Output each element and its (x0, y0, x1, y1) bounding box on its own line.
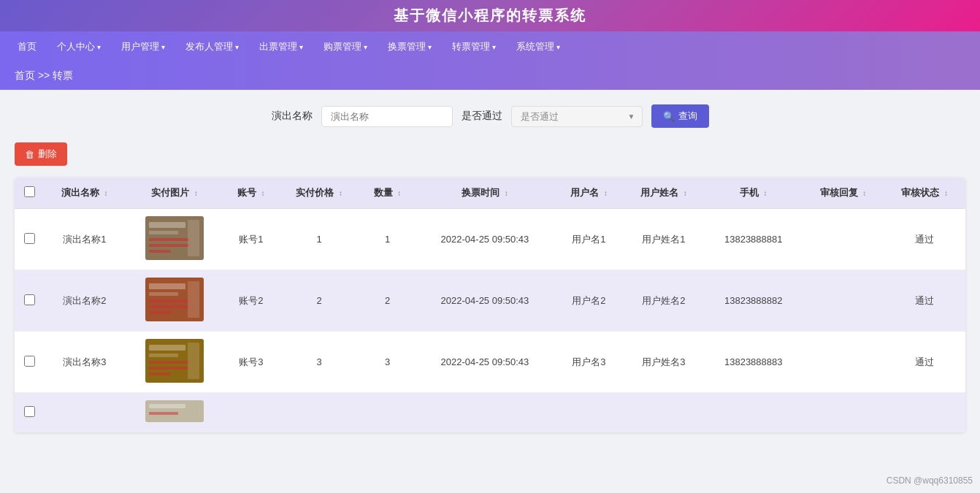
svg-rect-4 (149, 244, 189, 247)
sort-icon: ↕ (944, 189, 948, 197)
th-user-fullname[interactable]: 用户姓名 ↕ (623, 177, 705, 209)
row-account: 账号3 (223, 332, 278, 393)
nav-item-system-mgmt[interactable]: 系统管理 ▾ (506, 31, 570, 62)
chevron-down-icon: ▾ (97, 43, 101, 51)
svg-rect-1 (149, 222, 185, 228)
th-exchange-time[interactable]: 换票时间 ↕ (415, 177, 555, 209)
row-checkbox[interactable] (24, 294, 35, 305)
svg-rect-5 (149, 250, 171, 253)
svg-rect-13 (188, 281, 199, 318)
th-review-reply[interactable]: 审核回复 ↕ (803, 177, 884, 209)
search-button[interactable]: 🔍 查询 (651, 104, 709, 128)
select-all-checkbox[interactable] (24, 186, 35, 197)
main-content: 演出名称 是否通过 是否通过 通过 不通过 🔍 查询 🗑 删除 (0, 90, 980, 447)
search-pass-select-wrapper: 是否通过 通过 不通过 (511, 106, 643, 127)
row-checkbox-cell[interactable] (15, 270, 44, 332)
row-checkbox[interactable] (24, 406, 35, 417)
header-title-text: 基于微信小程序的转票系统 (394, 7, 586, 23)
svg-rect-11 (149, 305, 189, 308)
svg-rect-19 (149, 372, 171, 375)
chevron-down-icon: ▾ (428, 43, 432, 51)
nav-item-exchange-mgmt[interactable]: 换票管理 ▾ (378, 31, 442, 62)
table-header-row: 演出名称 ↕ 实付图片 ↕ 账号 ↕ 实付价格 ↕ 数量 ↕ 换票时间 ↕ 用户… (15, 177, 965, 209)
th-payment-img[interactable]: 实付图片 ↕ (126, 177, 224, 209)
row-checkbox-cell[interactable] (15, 209, 44, 270)
delete-button[interactable]: 🗑 删除 (15, 142, 67, 166)
nav-item-ticket-issue[interactable]: 出票管理 ▾ (249, 31, 313, 62)
row-show-name: 演出名称3 (44, 332, 126, 393)
table-row: 演出名称1 账号1 1 1 2022-04-25 09:50:43 用户名1 用… (15, 209, 965, 270)
row-review-reply (803, 393, 884, 432)
th-quantity[interactable]: 数量 ↕ (360, 177, 415, 209)
svg-rect-8 (149, 283, 185, 289)
svg-rect-20 (188, 343, 199, 379)
search-bar: 演出名称 是否通过 是否通过 通过 不通过 🔍 查询 (15, 104, 965, 128)
page-header-title: 基于微信小程序的转票系统 (0, 0, 980, 31)
search-name-label: 演出名称 (272, 110, 313, 123)
search-pass-select[interactable]: 是否通过 通过 不通过 (511, 106, 643, 127)
row-review-status (884, 393, 965, 432)
svg-rect-6 (188, 220, 199, 256)
search-name-input[interactable] (321, 106, 453, 127)
search-icon: 🔍 (663, 111, 675, 122)
search-btn-label: 查询 (678, 110, 697, 123)
row-quantity: 2 (360, 270, 415, 332)
th-show-name[interactable]: 演出名称 ↕ (44, 177, 126, 209)
row-price: 3 (278, 332, 360, 393)
svg-rect-21 (145, 400, 204, 422)
row-account (223, 393, 278, 432)
row-checkbox[interactable] (24, 356, 35, 367)
row-account: 账号2 (223, 270, 278, 332)
svg-rect-2 (149, 231, 178, 234)
sort-icon: ↕ (104, 189, 108, 197)
sort-icon: ↕ (862, 189, 866, 197)
nav-item-transfer-mgmt[interactable]: 转票管理 ▾ (442, 31, 506, 62)
select-all-cell[interactable] (15, 177, 44, 209)
svg-rect-18 (149, 367, 189, 370)
nav-item-personal[interactable]: 个人中心 ▾ (47, 31, 111, 62)
svg-rect-23 (149, 412, 178, 415)
table-row (15, 393, 965, 432)
nav-item-home[interactable]: 首页 (7, 31, 47, 62)
nav-item-user-mgmt[interactable]: 用户管理 ▾ (111, 31, 175, 62)
row-checkbox-cell[interactable] (15, 332, 44, 393)
svg-rect-9 (149, 292, 178, 296)
data-table-wrapper: 演出名称 ↕ 实付图片 ↕ 账号 ↕ 实付价格 ↕ 数量 ↕ 换票时间 ↕ 用户… (15, 177, 965, 432)
row-exchange-time: 2022-04-25 09:50:43 (415, 332, 555, 393)
nav-item-purchase-mgmt[interactable]: 购票管理 ▾ (313, 31, 378, 62)
svg-rect-16 (149, 353, 178, 357)
table-row: 演出名称2 账号2 2 2 2022-04-25 09:50:43 用户名2 用… (15, 270, 965, 332)
row-phone: 13823888882 (705, 270, 803, 332)
th-phone[interactable]: 手机 ↕ (705, 177, 803, 209)
row-review-status: 通过 (884, 270, 965, 332)
row-show-name (44, 393, 126, 432)
row-exchange-time: 2022-04-25 09:50:43 (415, 209, 555, 270)
th-price[interactable]: 实付价格 ↕ (278, 177, 360, 209)
svg-rect-10 (149, 299, 189, 302)
chevron-down-icon: ▾ (161, 43, 165, 51)
th-username[interactable]: 用户名 ↕ (555, 177, 623, 209)
row-user-fullname: 用户姓名2 (623, 270, 705, 332)
row-checkbox-cell[interactable] (15, 393, 44, 432)
sort-icon: ↕ (194, 189, 198, 197)
row-exchange-time (415, 393, 555, 432)
chevron-down-icon: ▾ (364, 43, 367, 51)
table-row: 演出名称3 账号3 3 3 2022-04-25 09:50:43 用户名3 用… (15, 332, 965, 393)
row-price: 2 (278, 270, 360, 332)
row-user-fullname: 用户姓名3 (623, 332, 705, 393)
row-checkbox[interactable] (24, 233, 35, 244)
chevron-down-icon: ▾ (556, 43, 560, 51)
svg-rect-3 (149, 238, 189, 241)
row-review-status: 通过 (884, 209, 965, 270)
row-price: 1 (278, 209, 360, 270)
th-account[interactable]: 账号 ↕ (223, 177, 278, 209)
sort-icon: ↕ (339, 189, 342, 197)
th-review-status[interactable]: 审核状态 ↕ (884, 177, 965, 209)
row-username: 用户名2 (555, 270, 623, 332)
data-table: 演出名称 ↕ 实付图片 ↕ 账号 ↕ 实付价格 ↕ 数量 ↕ 换票时间 ↕ 用户… (15, 177, 965, 432)
breadcrumb-text: 首页 >> 转票 (15, 69, 73, 81)
svg-rect-12 (149, 311, 171, 314)
sort-icon: ↕ (505, 189, 508, 197)
nav-item-publisher-mgmt[interactable]: 发布人管理 ▾ (175, 31, 249, 62)
svg-rect-22 (149, 404, 185, 408)
